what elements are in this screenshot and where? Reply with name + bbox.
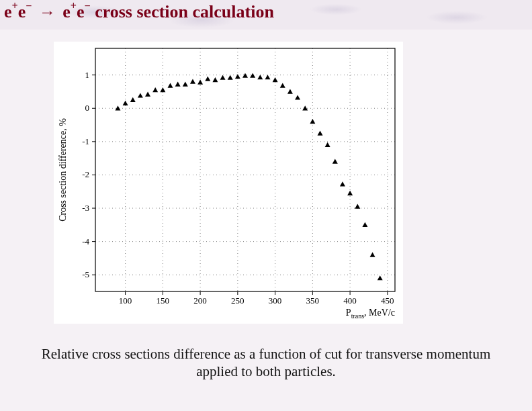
title-rhs-e1: e [62, 2, 71, 21]
ytick-label: 1 [85, 70, 90, 80]
title-lhs-sup1: + [12, 0, 18, 11]
title-lhs-sup2: − [26, 0, 32, 11]
ytick-label: -1 [82, 136, 89, 146]
x-axis-label: Ptrans, MeV/c [346, 308, 395, 320]
title-arrow: → [36, 3, 58, 21]
xtick-label: 450 [381, 295, 394, 306]
title-lhs-e1: e [4, 2, 12, 21]
ytick-label: 0 [85, 103, 90, 113]
title-rhs-sup2: − [84, 0, 90, 11]
xtick-label: 300 [269, 295, 282, 306]
xtick-label: 150 [157, 295, 170, 306]
title-rhs-e2: e [77, 2, 85, 21]
slide-title: e+e− → e+e− cross section calculation [4, 1, 274, 22]
xtick-label: 200 [193, 295, 207, 306]
cross-section-chart: 100150200250300350400450-5-4-3-2-101Cros… [54, 42, 403, 324]
figure-caption: Relative cross sections difference as a … [27, 345, 505, 381]
chart-container: 100150200250300350400450-5-4-3-2-101Cros… [54, 42, 403, 324]
xtick-label: 350 [306, 295, 320, 306]
title-rhs-sup1: + [71, 0, 77, 11]
ytick-label: -5 [82, 269, 89, 279]
ytick-label: -2 [82, 169, 89, 179]
ytick-label: -4 [82, 236, 89, 246]
xtick-label: 400 [343, 295, 356, 306]
y-axis-label: Cross section difference, % [58, 118, 68, 222]
title-lhs-e2: e [18, 2, 26, 21]
xtick-label: 250 [231, 295, 245, 306]
title-rest: cross section calculation [91, 2, 274, 21]
ytick-label: -3 [82, 203, 89, 213]
xtick-label: 100 [119, 295, 132, 306]
